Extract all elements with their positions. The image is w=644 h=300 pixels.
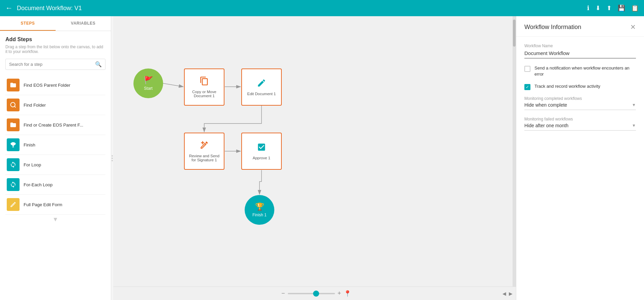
step-icon-finish: [7, 138, 20, 151]
app-header: ← Document Workflow: V1 ℹ ⬇ ⬆ 💾 📋: [0, 0, 644, 16]
right-panel: Workflow Information ✕ Workflow Name Doc…: [516, 16, 644, 300]
zoom-out-button[interactable]: −: [281, 290, 285, 297]
monitoring-completed-value: Hide when complete: [524, 102, 567, 108]
right-panel-content: Workflow Name Document Workflow Send a n…: [516, 37, 644, 144]
edit-icon: [257, 78, 266, 90]
list-item[interactable]: Full Page Edit Form: [5, 195, 105, 215]
list-item[interactable]: For-Each Loop: [5, 175, 105, 195]
search-box[interactable]: 🔍: [5, 59, 105, 70]
svg-line-3: [163, 83, 183, 87]
zoom-in-button[interactable]: +: [338, 290, 341, 297]
tab-bar: STEPS VARIABLES: [0, 16, 111, 31]
start-node[interactable]: 🚩 Start: [133, 69, 163, 98]
list-item[interactable]: Find Folder: [5, 95, 105, 115]
workflow-name-value[interactable]: Document Workflow: [524, 50, 636, 58]
main-layout: STEPS VARIABLES Add Steps Drag a step fr…: [0, 16, 644, 300]
step-icon-full-page: [7, 198, 20, 211]
monitoring-completed-field: Monitoring completed workflows Hide when…: [524, 96, 636, 110]
scroll-down-indicator: ▼: [5, 215, 105, 224]
svg-line-1: [14, 106, 16, 108]
step-list: Find EOS Parent Folder Find Folder Find …: [5, 75, 105, 224]
download-icon[interactable]: ⬇: [595, 4, 601, 12]
workflow-arrows: [113, 16, 516, 287]
scroll-right-button[interactable]: ▶: [509, 291, 513, 296]
resize-dots: [112, 155, 113, 161]
workflow-name-label: Workflow Name: [524, 44, 636, 48]
chevron-down-icon-2: ▼: [632, 123, 636, 128]
list-item[interactable]: Find EOS Parent Folder: [5, 75, 105, 95]
review-label: Review and Send for Signature 1: [187, 154, 221, 162]
step-label: Full Page Edit Form: [24, 202, 62, 207]
list-item[interactable]: For Loop: [5, 155, 105, 175]
step-label: Find Folder: [24, 103, 46, 108]
info-icon[interactable]: ℹ: [587, 4, 589, 12]
clipboard-icon[interactable]: 📋: [631, 4, 639, 12]
step-icon-for-loop: [7, 158, 20, 171]
notification-label: Send a notification when workflow encoun…: [534, 65, 636, 77]
step-icon-find-folder: [7, 99, 20, 111]
search-icon: 🔍: [95, 61, 102, 67]
step-icon-find-eos: [7, 79, 20, 91]
tab-steps[interactable]: STEPS: [0, 16, 56, 31]
scrollbar-thumb: [513, 20, 516, 47]
canvas-area[interactable]: 🚩 Start Copy or Move Document 1: [113, 16, 516, 300]
right-panel-header: Workflow Information ✕: [516, 16, 644, 37]
finish-icon: 🏆: [255, 202, 264, 211]
edit-document-node[interactable]: Edit Document 1: [241, 69, 282, 106]
edit-label: Edit Document 1: [247, 92, 276, 96]
map-pin-icon[interactable]: 📍: [344, 290, 351, 297]
left-content: Add Steps Drag a step from the list belo…: [0, 31, 111, 300]
zoom-slider[interactable]: [288, 293, 335, 294]
track-checkbox[interactable]: ✓: [524, 84, 530, 90]
review-send-node[interactable]: Review and Send for Signature 1: [184, 133, 224, 170]
canvas-inner: 🚩 Start Copy or Move Document 1: [113, 16, 516, 287]
search-input[interactable]: [9, 62, 95, 67]
approve-icon: [257, 142, 266, 154]
back-button[interactable]: ←: [5, 4, 13, 12]
monitoring-failed-select[interactable]: Hide after one month ▼: [524, 123, 636, 131]
approve-label: Approve 1: [253, 156, 270, 160]
notification-row: Send a notification when workflow encoun…: [524, 65, 636, 77]
notification-checkbox[interactable]: [524, 66, 530, 72]
monitoring-failed-label: Monitoring failed workflows: [524, 117, 636, 121]
right-panel-title: Workflow Information: [524, 24, 581, 31]
left-panel: STEPS VARIABLES Add Steps Drag a step fr…: [0, 16, 111, 300]
track-row: ✓ Track and record workflow activity: [524, 83, 636, 90]
canvas-bottom-bar: − + 📍 ◀ ▶: [113, 287, 516, 300]
save-icon[interactable]: 💾: [618, 4, 625, 12]
add-steps-desc: Drag a step from the list below onto the…: [5, 45, 105, 54]
step-label: For Loop: [24, 162, 41, 167]
chevron-down-icon: ▼: [632, 103, 636, 107]
start-label: Start: [144, 86, 152, 91]
monitoring-failed-field: Monitoring failed workflows Hide after o…: [524, 117, 636, 131]
step-label: Find or Create EOS Parent F...: [24, 122, 83, 128]
monitoring-completed-label: Monitoring completed workflows: [524, 96, 636, 101]
canvas-nav-arrows: ◀ ▶: [502, 291, 513, 296]
approve-node[interactable]: Approve 1: [241, 133, 282, 170]
step-icon-for-each: [7, 178, 20, 191]
list-item[interactable]: Find or Create EOS Parent F...: [5, 115, 105, 135]
list-item[interactable]: Finish: [5, 135, 105, 155]
step-label: Find EOS Parent Folder: [24, 83, 70, 88]
finish-node[interactable]: 🏆 Finish 1: [245, 195, 274, 225]
zoom-thumb: [313, 291, 319, 297]
add-steps-title: Add Steps: [5, 36, 105, 43]
monitoring-failed-value: Hide after one month: [524, 123, 569, 128]
track-label: Track and record workflow activity: [534, 83, 600, 89]
tab-variables[interactable]: VARIABLES: [56, 16, 111, 31]
step-icon-find-create: [7, 118, 20, 131]
copy-icon: [200, 76, 209, 88]
monitoring-completed-select[interactable]: Hide when complete ▼: [524, 102, 636, 110]
canvas-scrollbar-vertical[interactable]: [513, 16, 516, 287]
review-icon: [200, 140, 209, 152]
copy-move-node[interactable]: Copy or Move Document 1: [184, 69, 224, 106]
start-icon: 🚩: [144, 76, 153, 85]
upload-icon[interactable]: ⬆: [607, 4, 612, 12]
close-button[interactable]: ✕: [630, 23, 636, 31]
header-actions: ℹ ⬇ ⬆ 💾 📋: [587, 4, 639, 12]
scroll-left-button[interactable]: ◀: [502, 291, 506, 296]
zoom-bar: − + 📍: [130, 290, 502, 297]
copy-label: Copy or Move Document 1: [187, 90, 221, 98]
app-title: Document Workflow: V1: [17, 5, 583, 12]
step-label: Finish: [24, 142, 35, 147]
